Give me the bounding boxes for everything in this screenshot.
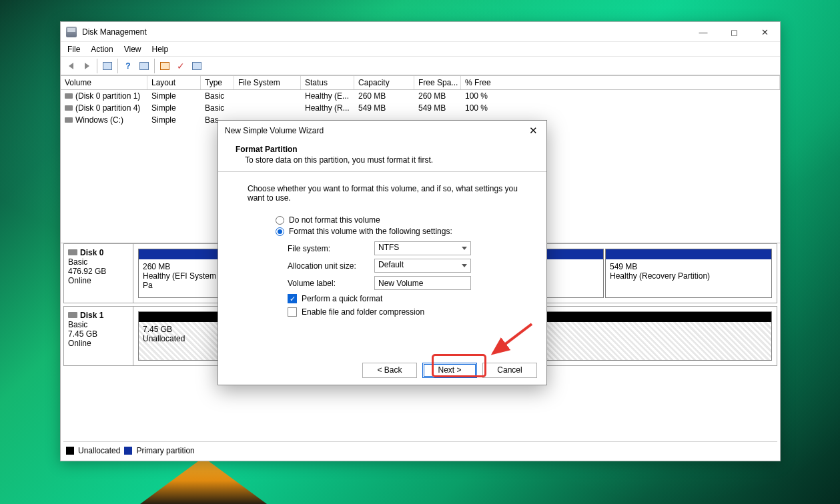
- radio-icon: [276, 227, 284, 236]
- disk-type: Basic: [68, 257, 129, 267]
- legend-label: Primary partition: [136, 446, 194, 455]
- cancel-button[interactable]: Cancel: [482, 363, 537, 378]
- cell: 260 MB: [414, 91, 461, 101]
- close-button[interactable]: ✕: [749, 22, 780, 42]
- maximize-button[interactable]: ◻: [719, 22, 749, 42]
- dialog-subheading: To store data on this partition, you mus…: [236, 154, 529, 165]
- dialog-instruction: Choose whether you want to format this v…: [236, 184, 529, 213]
- minimize-button[interactable]: ―: [688, 22, 719, 42]
- volume-icon: [65, 93, 73, 99]
- separator: [97, 59, 97, 73]
- cell: 100 %: [461, 103, 492, 113]
- partition[interactable]: 260 MB Healthy (EFI System Pa: [138, 249, 225, 298]
- cell: Healthy (R...: [301, 103, 354, 113]
- volume-label-row: Volume label:: [288, 276, 529, 290]
- table-row[interactable]: (Disk 0 partition 4) Simple Basic Health…: [61, 102, 780, 114]
- cell: Simple: [147, 103, 201, 113]
- menu-file[interactable]: File: [62, 43, 85, 55]
- field-label: Allocation unit size:: [288, 261, 374, 271]
- checkbox-icon: [288, 307, 297, 317]
- forward-icon[interactable]: [79, 59, 94, 73]
- app-icon: [66, 27, 77, 37]
- window-title: Disk Management: [82, 27, 147, 37]
- back-icon[interactable]: [63, 59, 78, 73]
- disk-name: Disk 0: [80, 248, 103, 257]
- file-system-row: File system: NTFS: [288, 241, 529, 255]
- toolbar-icon-4[interactable]: ✓: [173, 59, 188, 73]
- new-simple-volume-wizard-dialog: New Simple Volume Wizard ✕ Format Partit…: [218, 120, 547, 385]
- checkbox-label: Perform a quick format: [302, 294, 382, 303]
- menu-view[interactable]: View: [119, 43, 147, 55]
- volume-label-input[interactable]: [374, 276, 471, 290]
- toolbar-icon-3[interactable]: [157, 59, 172, 73]
- legend: Unallocated Primary partition: [66, 446, 195, 455]
- legend-label: Unallocated: [78, 446, 120, 455]
- radio-format-volume[interactable]: Format this volume with the following se…: [276, 227, 529, 236]
- cell: (Disk 0 partition 4): [75, 103, 140, 113]
- menu-help[interactable]: Help: [147, 43, 174, 55]
- col-free[interactable]: Free Spa...: [414, 76, 461, 89]
- disk-status: Online: [68, 339, 129, 348]
- field-label: Volume label:: [288, 279, 374, 288]
- toolbar-icon-2[interactable]: [137, 59, 151, 73]
- checkbox-icon: ✓: [288, 294, 297, 303]
- radio-icon: [276, 216, 284, 225]
- disk-size: 7.45 GB: [68, 329, 129, 339]
- partition-header: [606, 249, 771, 259]
- toolbar-icon-1[interactable]: [100, 59, 115, 73]
- col-layout[interactable]: Layout: [147, 76, 201, 89]
- disk-status: Online: [68, 276, 129, 285]
- cell: 549 MB: [414, 103, 461, 113]
- titlebar[interactable]: Disk Management ― ◻ ✕: [61, 22, 780, 42]
- col-status[interactable]: Status: [301, 76, 354, 89]
- partition-status: Healthy (EFI System Pa: [143, 271, 220, 290]
- disk-icon: [68, 249, 77, 255]
- disk-type: Basic: [68, 320, 129, 329]
- footer-divider: [63, 441, 777, 442]
- partition-header: [139, 249, 224, 259]
- partition-size: 549 MB: [610, 262, 767, 271]
- volume-icon: [65, 105, 73, 111]
- cell: Basic: [201, 91, 234, 101]
- dialog-title: New Simple Volume Wizard: [225, 126, 324, 135]
- cell: 100 %: [461, 91, 492, 101]
- toolbar-icon-5[interactable]: [189, 59, 204, 73]
- dialog-body: Choose whether you want to format this v…: [218, 172, 546, 355]
- separator: [117, 59, 118, 73]
- select-value: Default: [378, 260, 404, 269]
- separator: [154, 59, 155, 73]
- menu-action[interactable]: Action: [85, 43, 118, 55]
- next-button[interactable]: Next >: [422, 363, 477, 378]
- file-system-select[interactable]: NTFS: [374, 241, 471, 255]
- col-volume[interactable]: Volume: [61, 76, 147, 89]
- help-icon[interactable]: ?: [121, 59, 135, 73]
- dialog-titlebar[interactable]: New Simple Volume Wizard ✕: [218, 121, 546, 141]
- table-row[interactable]: (Disk 0 partition 1) Simple Basic Health…: [61, 90, 780, 102]
- cell: 260 MB: [354, 91, 414, 101]
- col-capacity[interactable]: Capacity: [354, 76, 414, 89]
- disk-info: Disk 1 Basic 7.45 GB Online: [64, 307, 133, 365]
- allocation-unit-select[interactable]: Default: [374, 259, 471, 273]
- cell: Windows (C:): [75, 115, 123, 125]
- cell: [234, 95, 301, 97]
- partition-status: Healthy (Recovery Partition): [610, 271, 767, 281]
- disk-size: 476.92 GB: [68, 267, 129, 276]
- col-pctfree[interactable]: % Free: [461, 76, 780, 89]
- cell: Basic: [201, 103, 234, 113]
- cell: Simple: [147, 115, 201, 125]
- toolbar: ? ✓: [61, 57, 780, 75]
- radio-do-not-format[interactable]: Do not format this volume: [276, 215, 529, 225]
- quick-format-checkbox[interactable]: ✓ Perform a quick format: [288, 294, 529, 303]
- back-button[interactable]: < Back: [362, 363, 417, 378]
- col-type[interactable]: Type: [201, 76, 234, 89]
- cell: Healthy (E...: [301, 91, 354, 101]
- checkbox-label: Enable file and folder compression: [302, 307, 424, 317]
- dialog-header: Format Partition To store data on this p…: [218, 141, 546, 172]
- radio-label: Format this volume with the following se…: [289, 227, 452, 236]
- compression-checkbox[interactable]: Enable file and folder compression: [288, 307, 529, 317]
- partition[interactable]: 549 MB Healthy (Recovery Partition): [605, 249, 772, 298]
- col-filesystem[interactable]: File System: [234, 76, 301, 89]
- legend-swatch-unallocated: [66, 447, 74, 455]
- select-value: NTFS: [378, 243, 399, 252]
- dialog-close-button[interactable]: ✕: [524, 123, 542, 138]
